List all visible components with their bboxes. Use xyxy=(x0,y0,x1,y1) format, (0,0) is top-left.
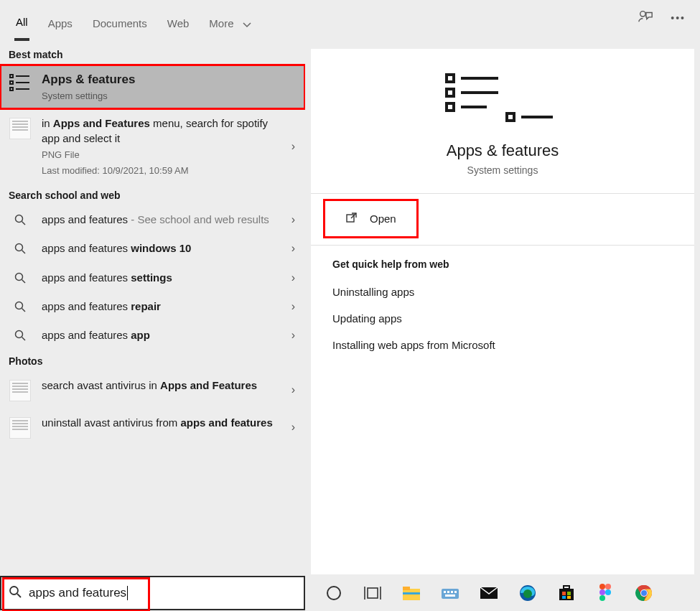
file-thumbnail-icon xyxy=(9,416,32,439)
web-suggest-4[interactable]: apps and features repair › xyxy=(0,292,305,321)
svg-point-13 xyxy=(16,302,23,309)
group-search-web: Search school and web xyxy=(0,184,305,205)
quick-help-title: Get quick help from web xyxy=(311,246,694,279)
chevron-right-icon[interactable]: › xyxy=(291,140,295,153)
svg-line-10 xyxy=(22,251,26,254)
svg-point-15 xyxy=(16,331,23,338)
chrome-icon[interactable] xyxy=(634,583,654,603)
svg-rect-25 xyxy=(507,113,514,121)
search-icon xyxy=(9,585,22,602)
photo-result-2[interactable]: uninstall avast antivirus from apps and … xyxy=(0,409,305,446)
feedback-icon[interactable] xyxy=(638,9,653,27)
task-view-icon[interactable] xyxy=(363,583,383,603)
chevron-right-icon[interactable]: › xyxy=(291,421,295,434)
svg-rect-21 xyxy=(447,103,454,111)
search-input[interactable]: apps and features xyxy=(0,576,305,610)
scope-tab-all[interactable]: All xyxy=(14,11,29,41)
open-label: Open xyxy=(370,213,396,225)
figma-icon[interactable] xyxy=(595,583,615,603)
web-suggest-2[interactable]: apps and features windows 10 › xyxy=(0,234,305,263)
group-best-match: Best match xyxy=(0,43,305,65)
svg-point-53 xyxy=(605,584,611,589)
microsoft-store-icon[interactable] xyxy=(556,583,577,603)
chevron-right-icon[interactable]: › xyxy=(291,383,295,396)
svg-rect-3 xyxy=(10,81,13,84)
svg-rect-49 xyxy=(567,592,571,595)
file-modified: Last modified: 10/9/2021, 10:59 AM xyxy=(42,164,275,177)
svg-point-11 xyxy=(16,273,23,280)
mail-icon[interactable] xyxy=(479,583,499,603)
detail-title: Apps & features xyxy=(447,141,559,160)
apps-features-list-icon xyxy=(9,72,32,92)
open-external-icon xyxy=(345,211,358,226)
edge-icon[interactable] xyxy=(518,583,538,603)
svg-rect-47 xyxy=(564,586,569,589)
results-pane: Best match Apps & features System settin… xyxy=(0,43,305,574)
detail-pane: Apps & features System settings Open Get… xyxy=(311,49,694,574)
chevron-right-icon[interactable]: › xyxy=(291,329,295,342)
web-suggest-1[interactable]: apps and features - See school and web r… xyxy=(0,205,305,234)
apps-features-large-icon xyxy=(444,70,561,127)
svg-line-14 xyxy=(22,308,26,312)
search-scope-tabs: All Apps Documents Web More ••• xyxy=(0,0,700,43)
svg-rect-17 xyxy=(447,75,454,82)
file-type: PNG File xyxy=(42,149,275,162)
chevron-right-icon[interactable]: › xyxy=(291,242,295,255)
svg-point-7 xyxy=(16,215,23,223)
svg-rect-40 xyxy=(451,591,453,593)
svg-rect-1 xyxy=(10,75,13,78)
open-button[interactable]: Open xyxy=(325,201,416,236)
svg-point-30 xyxy=(327,587,340,600)
web-suggest-3[interactable]: apps and features settings › xyxy=(0,263,305,292)
scope-tab-web[interactable]: Web xyxy=(166,13,191,39)
svg-rect-42 xyxy=(445,594,455,597)
svg-line-16 xyxy=(22,337,26,341)
search-icon xyxy=(9,328,32,341)
scope-tab-more[interactable]: More xyxy=(207,13,235,39)
svg-point-0 xyxy=(640,11,645,17)
search-icon xyxy=(9,271,32,284)
result-png-file[interactable]: in Apps and Features menu, search for sp… xyxy=(0,109,305,184)
svg-point-55 xyxy=(605,589,611,595)
svg-point-45 xyxy=(523,589,532,598)
result-subtitle: System settings xyxy=(42,90,275,103)
chevron-right-icon[interactable]: › xyxy=(291,271,295,284)
more-options-icon[interactable]: ••• xyxy=(671,12,686,24)
chevron-right-icon[interactable]: › xyxy=(291,300,295,313)
svg-rect-41 xyxy=(454,591,457,593)
svg-rect-37 xyxy=(442,589,459,599)
web-suggest-5[interactable]: apps and features app › xyxy=(0,321,305,350)
svg-rect-32 xyxy=(368,588,378,598)
svg-rect-5 xyxy=(10,88,13,90)
search-icon xyxy=(9,299,32,312)
keyboard-icon[interactable] xyxy=(440,583,460,603)
file-thumbnail-icon xyxy=(9,116,32,139)
svg-line-29 xyxy=(17,594,21,597)
svg-rect-27 xyxy=(347,215,354,222)
svg-rect-35 xyxy=(403,587,410,590)
result-title: Apps & features xyxy=(42,73,135,86)
chevron-down-icon xyxy=(243,20,251,32)
svg-rect-48 xyxy=(562,592,566,595)
svg-line-12 xyxy=(22,279,26,283)
chevron-right-icon[interactable]: › xyxy=(291,213,295,226)
cortana-icon[interactable] xyxy=(324,583,344,603)
svg-rect-51 xyxy=(567,596,571,599)
search-icon xyxy=(9,241,32,254)
svg-rect-36 xyxy=(403,592,420,594)
scope-tab-documents[interactable]: Documents xyxy=(91,13,149,39)
svg-point-60 xyxy=(641,590,647,596)
quick-link-update[interactable]: Updating apps xyxy=(311,305,694,332)
svg-rect-46 xyxy=(559,589,574,600)
quick-link-install-web[interactable]: Installing web apps from Microsoft xyxy=(311,332,694,358)
svg-rect-39 xyxy=(447,591,449,593)
scope-tab-apps[interactable]: Apps xyxy=(47,13,74,39)
svg-point-28 xyxy=(10,587,18,594)
photo-result-1[interactable]: search avast antivirus in Apps and Featu… xyxy=(0,371,305,409)
file-explorer-icon[interactable] xyxy=(401,583,421,603)
svg-point-9 xyxy=(16,244,23,251)
file-thumbnail-icon xyxy=(9,378,32,401)
quick-link-uninstall[interactable]: Uninstalling apps xyxy=(311,279,694,305)
result-apps-and-features[interactable]: Apps & features System settings xyxy=(0,65,305,109)
svg-line-8 xyxy=(22,222,26,225)
